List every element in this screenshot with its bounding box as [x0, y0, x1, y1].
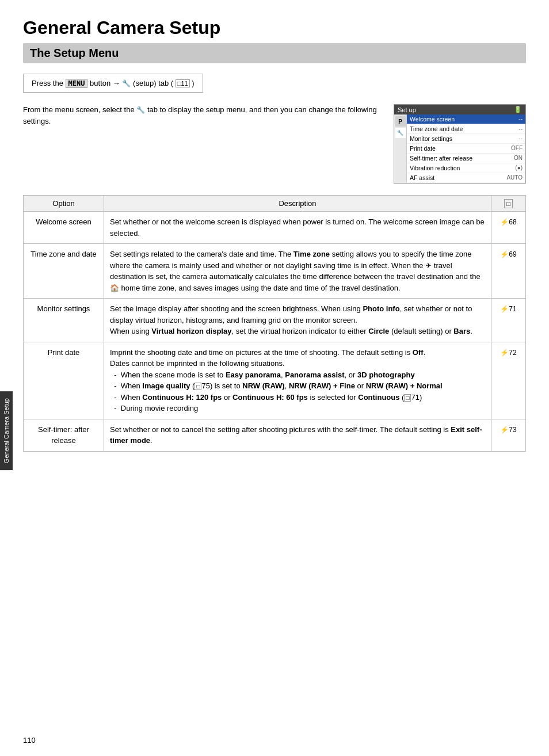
setup-tab-icon: 🔧 — [122, 79, 131, 87]
camera-menu-item: Self-timer: after release ON — [407, 154, 525, 163]
book-ref: ⚡71 — [500, 305, 516, 313]
page-title: General Camera Setup — [23, 17, 526, 39]
intro-tab-icon: 🔧 — [136, 106, 145, 114]
menu-key: MENU — [66, 79, 88, 88]
camera-menu-body: P 🔧 Welcome screen -- Time zone and date… — [394, 114, 525, 183]
camera-menu-item-value: (●) — [515, 165, 523, 171]
instruction-book-ref: □11 — [176, 79, 190, 87]
description-cell: Set whether or not to cancel the setting… — [104, 419, 491, 451]
camera-menu-item: Print date OFF — [407, 144, 525, 154]
ref-cell: ⚡73 — [491, 419, 526, 451]
camera-menu-item-label: Monitor settings — [410, 135, 452, 142]
camera-menu-item-value: -- — [518, 116, 523, 123]
camera-menu-item-value: -- — [518, 135, 523, 142]
section-header: The Setup Menu — [23, 43, 526, 63]
camera-menu-item-label: AF assist — [410, 174, 434, 181]
table-header-description: Description — [104, 196, 491, 212]
intro-text: From the menu screen, select the 🔧 tab t… — [23, 104, 382, 184]
camera-menu-items: Welcome screen -- Time zone and date -- … — [407, 114, 525, 183]
page-number: 110 — [23, 736, 36, 744]
instruction-text-before: Press the — [32, 79, 63, 87]
camera-menu-item-value: ON — [514, 155, 523, 162]
book-ref: ⚡72 — [500, 349, 516, 357]
camera-menu-item-label: Welcome screen — [410, 116, 455, 123]
main-table: Option Description □ Welcome screen Set … — [23, 195, 526, 452]
ref-cell: ⚡69 — [491, 244, 526, 299]
book-ref: ⚡73 — [500, 426, 516, 434]
option-cell: Time zone and date — [24, 244, 104, 299]
option-cell: Self-timer: after release — [24, 419, 104, 451]
option-cell: Monitor settings — [24, 299, 104, 342]
table-row: Print date Imprint the shooting date and… — [24, 342, 526, 419]
camera-menu-item: AF assist AUTO — [407, 173, 525, 183]
description-cell: Set the image display after shooting and… — [104, 299, 491, 342]
description-cell: Set whether or not the welcome screen is… — [104, 212, 491, 244]
camera-menu-item: Vibration reduction (●) — [407, 163, 525, 173]
camera-menu-item: Time zone and date -- — [407, 124, 525, 134]
ref-cell: ⚡71 — [491, 299, 526, 342]
camera-menu-screenshot: Set up 🔋 P 🔧 Welcome screen -- Time zone… — [394, 104, 526, 184]
ref-cell: ⚡72 — [491, 342, 526, 419]
camera-tab-setup: 🔧 — [395, 128, 406, 138]
option-cell: Print date — [24, 342, 104, 419]
instruction-text-close: ) — [192, 79, 194, 87]
table-row: Time zone and date Set settings related … — [24, 244, 526, 299]
description-cell: Set settings related to the camera's dat… — [104, 244, 491, 299]
camera-menu-item-value: AUTO — [506, 174, 523, 181]
table-row: Self-timer: after release Set whether or… — [24, 419, 526, 451]
camera-menu-item-label: Print date — [410, 145, 436, 152]
camera-menu-item: Welcome screen -- — [407, 114, 525, 124]
battery-icon: 🔋 — [514, 106, 522, 113]
book-ref: ⚡68 — [500, 218, 516, 226]
intro-section: From the menu screen, select the 🔧 tab t… — [23, 104, 526, 184]
instruction-box: Press the MENU button → 🔧 (setup) tab ( … — [23, 74, 203, 93]
intro-text-part1: From the menu screen, select the — [23, 105, 136, 114]
camera-menu-item-value: OFF — [511, 145, 523, 152]
camera-menu-item-label: Time zone and date — [410, 125, 463, 132]
table-header-option: Option — [24, 196, 104, 212]
camera-menu-item-label: Self-timer: after release — [410, 155, 472, 162]
camera-tab-p: P — [395, 116, 406, 127]
camera-menu-title: Set up 🔋 — [394, 105, 525, 114]
side-tab: General Camera Setup — [0, 391, 13, 470]
table-row: Welcome screen Set whether or not the we… — [24, 212, 526, 244]
option-cell: Welcome screen — [24, 212, 104, 244]
camera-menu-item-value: -- — [518, 125, 523, 132]
instruction-text-after: (setup) tab ( — [133, 79, 173, 87]
table-header-ref: □ — [491, 196, 526, 212]
instruction-text-middle: button → — [90, 79, 122, 87]
description-cell: Imprint the shooting date and time on pi… — [104, 342, 491, 419]
ref-cell: ⚡68 — [491, 212, 526, 244]
table-row: Monitor settings Set the image display a… — [24, 299, 526, 342]
camera-menu-tabs: P 🔧 — [394, 114, 407, 183]
camera-menu-item: Monitor settings -- — [407, 134, 525, 144]
camera-menu-item-label: Vibration reduction — [410, 165, 460, 171]
book-ref: ⚡69 — [500, 250, 516, 258]
